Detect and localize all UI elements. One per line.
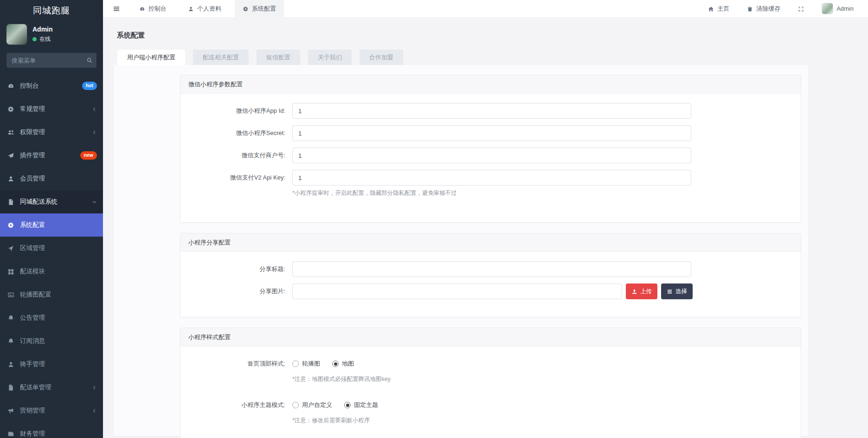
upload-icon	[631, 288, 637, 295]
navbar-item[interactable]: 个人资料	[180, 0, 229, 18]
tab[interactable]: 关于我们	[308, 50, 352, 65]
navbar-item[interactable]: 清除缓存	[739, 0, 788, 18]
brand-title: 同城跑腿	[0, 0, 103, 21]
sidebar-item-label: 控制台	[20, 82, 39, 90]
search-icon[interactable]	[86, 57, 93, 64]
sidebar-item[interactable]: 同城配送系统	[0, 190, 103, 213]
field-label: 微信支付V2 Api Key:	[180, 170, 292, 197]
sidebar-item-label: 骑手管理	[20, 360, 45, 368]
sidebar-item[interactable]: 区域管理	[0, 237, 103, 260]
tab-label: 短信配置	[266, 54, 290, 61]
sidebar-item-label: 权限管理	[20, 128, 45, 136]
bell-icon	[7, 337, 15, 345]
navbar-item[interactable]: 主页	[700, 0, 737, 18]
chevron-left-icon	[92, 106, 97, 113]
sidebar-item[interactable]: 控制台 hot	[0, 74, 103, 97]
sidebar-item[interactable]: 常规管理	[0, 97, 103, 121]
text-input[interactable]	[292, 261, 691, 277]
chevron-down-icon	[92, 199, 97, 206]
sidebar-item[interactable]: 订阅消息	[0, 329, 103, 353]
sidebar-item[interactable]: 系统配置	[0, 213, 103, 237]
chevron-left-icon	[92, 407, 97, 414]
list-icon	[667, 288, 673, 295]
button-label: 上传	[640, 288, 652, 296]
sidebar-item-label: 插件管理	[20, 151, 45, 160]
sidebar-item[interactable]: 骑手管理	[0, 353, 103, 376]
wallet-icon	[7, 430, 15, 438]
form-row: 首页顶部样式: 轮播图 地图 *注意：地图模式必须配置腾讯地图key	[180, 356, 801, 383]
file-icon	[7, 384, 15, 391]
online-dot-icon	[32, 37, 37, 41]
sidebar-item[interactable]: 配送模块	[0, 260, 103, 283]
form-row: 微信支付V2 Api Key: *小程序提审时，开启此配置，隐藏部分隐私配置，避…	[180, 170, 801, 197]
navbar-item[interactable]: 控制台	[131, 0, 174, 18]
navbar-item[interactable]	[790, 0, 812, 18]
sidebar-menu: 控制台 hot 常规管理 权限管理 插件管理 new 会员管理 同城配送系统 系…	[0, 74, 103, 438]
text-input[interactable]	[292, 103, 691, 119]
gears-icon	[243, 5, 249, 12]
sidebar-toggle-icon[interactable]	[103, 5, 129, 13]
sidebar-item[interactable]: 权限管理	[0, 121, 103, 144]
field-label: 首页顶部样式:	[180, 356, 292, 383]
sidebar-item[interactable]: 公告管理	[0, 306, 103, 329]
home-icon	[708, 5, 714, 12]
field-note: *小程序提审时，开启此配置，隐藏部分隐私配置，避免审核不过	[292, 189, 691, 197]
tachometer-icon	[139, 5, 145, 12]
radio-option[interactable]: 用户自定义	[292, 397, 332, 413]
user-icon	[7, 175, 15, 182]
tab-label: 配送相关配置	[203, 54, 239, 61]
field-label: 分享标题:	[180, 261, 292, 277]
user-icon	[7, 361, 15, 368]
text-input[interactable]	[292, 125, 691, 141]
tachometer-icon	[7, 82, 15, 90]
sidebar-item-label: 公告管理	[20, 314, 45, 322]
sidebar-item[interactable]: 配送单管理	[0, 376, 103, 399]
text-input[interactable]	[292, 283, 622, 299]
sidebar-item-label: 同城配送系统	[20, 198, 58, 206]
section-title: 小程序分享配置	[180, 233, 801, 252]
navbar-item[interactable]: Admin	[814, 0, 862, 18]
sidebar-search	[6, 53, 96, 68]
sidebar-item[interactable]: 插件管理 new	[0, 144, 103, 167]
field-label: 小程序主题模式:	[180, 397, 292, 425]
button[interactable]: 选择	[661, 283, 693, 299]
radio-option[interactable]: 地图	[332, 356, 354, 372]
avatar	[6, 24, 27, 45]
radio-circle-icon	[292, 361, 299, 367]
tab-label: 用户端小程序配置	[127, 54, 175, 61]
text-input[interactable]	[292, 170, 691, 186]
radio-circle-icon	[332, 361, 339, 367]
sidebar-item-label: 营销管理	[20, 406, 45, 415]
form-row: 小程序主题模式: 用户自定义 固定主题 *注意：修改后需要刷新小程序	[180, 397, 801, 425]
radio-circle-icon	[344, 402, 351, 408]
user-status: 在线	[32, 35, 53, 43]
sidebar-item-label: 系统配置	[20, 221, 45, 229]
form-row: 微信小程序App Id:	[180, 103, 801, 119]
location-arrow-icon	[7, 245, 15, 252]
tab-panel: 微信小程序参数配置 微信小程序App Id: 微信小程序Secret: 微信支付…	[114, 65, 808, 436]
tab[interactable]: 短信配置	[257, 50, 300, 65]
button[interactable]: 上传	[626, 283, 657, 299]
text-input[interactable]	[292, 148, 691, 163]
file-icon	[7, 198, 15, 206]
radio-option[interactable]: 固定主题	[344, 397, 378, 413]
search-input[interactable]	[6, 53, 96, 68]
radio-option[interactable]: 轮播图	[292, 356, 320, 372]
sidebar-item-label: 订阅消息	[20, 337, 45, 345]
tab[interactable]: 配送相关配置	[193, 50, 249, 65]
tab[interactable]: 用户端小程序配置	[117, 50, 185, 65]
sidebar-item-label: 区域管理	[20, 244, 45, 252]
sidebar-item[interactable]: 财务管理	[0, 422, 103, 438]
avatar	[822, 3, 833, 14]
tab[interactable]: 合作加盟	[360, 50, 403, 65]
navbar-item-label: 控制台	[148, 5, 167, 13]
sidebar-item[interactable]: 会员管理	[0, 167, 103, 190]
sidebar-item[interactable]: 轮播图配置	[0, 283, 103, 306]
rocket-icon	[7, 152, 15, 159]
sidebar-item-label: 轮播图配置	[20, 290, 51, 299]
radio-label: 固定主题	[354, 397, 378, 413]
navbar-item[interactable]: 系统配置	[235, 0, 284, 18]
sidebar-item[interactable]: 营销管理	[0, 399, 103, 422]
status-badge: new	[80, 151, 97, 160]
user-icon	[188, 5, 194, 12]
